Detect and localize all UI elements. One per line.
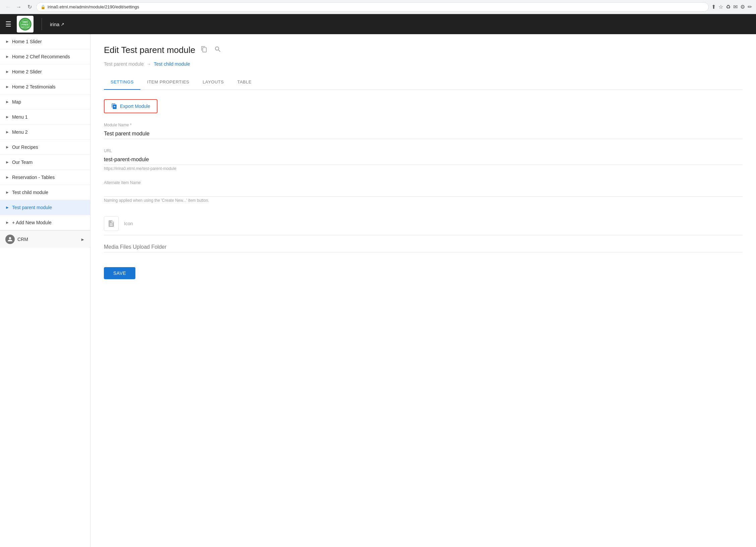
sidebar-item-test-child-module[interactable]: ► Test child module — [0, 185, 90, 200]
save-button[interactable]: SAVE — [104, 267, 135, 279]
browser-actions: ⬆ ☆ ♻ ✉ ⚙ ✏ — [711, 4, 752, 10]
breadcrumb-child-link[interactable]: Test child module — [154, 61, 190, 67]
chevron-right-icon: ► — [5, 54, 9, 59]
sidebar-item-add-new-module[interactable]: ► + Add New Module — [0, 215, 90, 230]
export-btn-wrapper: Export Module — [104, 99, 158, 113]
tab-settings[interactable]: SETTINGS — [104, 75, 140, 90]
sidebar-item-label: Our Recipes — [12, 144, 85, 150]
sidebar: ► Home 1 Slider ► Home 2 Chef Recommends… — [0, 34, 90, 547]
sidebar-item-label: Home 2 Testimonials — [12, 84, 85, 89]
sidebar-item-menu-1[interactable]: ► Menu 1 — [0, 110, 90, 125]
bookmark-button[interactable]: ☆ — [718, 4, 723, 10]
chevron-right-icon: ► — [5, 84, 9, 89]
chevron-right-icon: ► — [5, 205, 9, 210]
crm-section[interactable]: CRM ► — [0, 230, 90, 248]
chevron-right-icon: ► — [5, 220, 9, 225]
sidebar-item-home-2-slider[interactable]: ► Home 2 Slider — [0, 64, 90, 79]
alt-item-name-input[interactable] — [104, 186, 743, 197]
sidebar-item-home-2-testimonials[interactable]: ► Home 2 Testimonials — [0, 79, 90, 95]
app-container: ☰ GMO FREE CERTIFIED irina ↗ ► Home 1 — [0, 14, 756, 547]
forward-button[interactable]: → — [15, 3, 23, 11]
share-button[interactable]: ⬆ — [711, 4, 716, 10]
sidebar-item-label: Map — [12, 99, 85, 105]
sidebar-item-our-recipes[interactable]: ► Our Recipes — [0, 140, 90, 155]
extensions-button[interactable]: ♻ — [726, 4, 731, 10]
sidebar-item-label: Our Team — [12, 160, 85, 165]
reload-button[interactable]: ↻ — [25, 3, 34, 11]
copy-button[interactable] — [199, 45, 209, 56]
search-icon-button[interactable] — [213, 44, 223, 56]
nav-divider — [42, 18, 42, 30]
sidebar-item-reservation-tables[interactable]: ► Reservation - Tables — [0, 170, 90, 185]
sidebar-item-our-team[interactable]: ► Our Team — [0, 155, 90, 170]
sidebar-item-home-2-chef-recommends[interactable]: ► Home 2 Chef Recommends — [0, 49, 90, 64]
breadcrumb: Test parent module → Test child module — [104, 61, 743, 67]
settings-button[interactable]: ⚙ — [740, 4, 745, 10]
hamburger-menu[interactable]: ☰ — [5, 20, 11, 28]
svg-text:FREE: FREE — [21, 23, 29, 26]
breadcrumb-parent: Test parent module — [104, 61, 144, 67]
svg-text:GMO: GMO — [22, 21, 28, 23]
chevron-right-icon: ► — [5, 145, 9, 149]
url-text: irina0.etrnl.me/admin/module/2190/edit/s… — [48, 4, 139, 9]
browser-chrome: ← → ↻ 🔒 irina0.etrnl.me/admin/module/219… — [0, 0, 756, 14]
sidebar-item-label: Test child module — [12, 190, 85, 195]
tab-item-properties[interactable]: ITEM PROPERTIES — [140, 75, 196, 90]
url-hint: https://irina0.etrnl.me/test-parent-modu… — [104, 166, 743, 171]
app-logo: GMO FREE CERTIFIED — [17, 16, 34, 33]
sidebar-item-label: Menu 2 — [12, 129, 85, 135]
tab-table[interactable]: TABLE — [231, 75, 258, 90]
alt-item-name-field: Alternate Item Name Naming applied when … — [104, 180, 743, 203]
back-button[interactable]: ← — [4, 3, 12, 11]
address-bar[interactable]: 🔒 irina0.etrnl.me/admin/module/2190/edit… — [36, 2, 709, 12]
sidebar-item-test-parent-module[interactable]: ► Test parent module — [0, 200, 90, 215]
main-area: ► Home 1 Slider ► Home 2 Chef Recommends… — [0, 34, 756, 547]
sidebar-item-home-1-slider[interactable]: ► Home 1 Slider — [0, 34, 90, 49]
user-link[interactable]: irina ↗ — [50, 21, 64, 27]
sidebar-item-label: Menu 1 — [12, 114, 85, 120]
sidebar-item-map[interactable]: ► Map — [0, 95, 90, 110]
chevron-right-icon: ► — [5, 160, 9, 165]
sidebar-item-label: Home 1 Slider — [12, 39, 85, 44]
export-module-button[interactable]: Export Module — [105, 100, 157, 113]
chevron-right-icon: ► — [5, 130, 9, 134]
lock-icon: 🔒 — [41, 5, 46, 9]
module-name-field: Module Name * — [104, 123, 743, 139]
export-btn-label: Export Module — [120, 104, 150, 109]
url-input[interactable] — [104, 155, 743, 165]
chevron-right-icon: ► — [5, 100, 9, 104]
content-area: Edit Test parent module Test parent modu… — [90, 34, 756, 547]
chevron-right-icon: ► — [5, 115, 9, 119]
url-label: URL — [104, 148, 743, 153]
sidebar-item-label: Test parent module — [12, 205, 85, 210]
user-name: irina — [50, 21, 59, 27]
sidebar-item-label: Home 2 Chef Recommends — [12, 54, 85, 59]
media-folder-input[interactable] — [104, 242, 743, 252]
breadcrumb-arrow: → — [146, 61, 151, 67]
svg-text:CERTIFIED: CERTIFIED — [21, 26, 30, 28]
sidebar-item-label: + Add New Module — [12, 220, 85, 225]
icon-preview — [104, 216, 119, 231]
sidebar-item-label: Reservation - Tables — [12, 175, 85, 180]
topnav-user: irina ↗ — [50, 21, 64, 27]
edit-button[interactable]: ✏ — [748, 4, 752, 10]
mail-button[interactable]: ✉ — [733, 4, 738, 10]
logo-svg: GMO FREE CERTIFIED — [18, 17, 32, 31]
chevron-right-icon: ► — [5, 69, 9, 74]
module-name-label: Module Name * — [104, 123, 743, 127]
tab-layouts[interactable]: LAYOUTS — [196, 75, 231, 90]
tabs: SETTINGS ITEM PROPERTIES LAYOUTS TABLE — [104, 75, 743, 90]
media-folder-field — [104, 242, 743, 252]
chevron-right-icon: ► — [5, 175, 9, 180]
page-title: Edit Test parent module — [104, 45, 195, 55]
page-header: Edit Test parent module — [104, 44, 743, 56]
sidebar-item-menu-2[interactable]: ► Menu 2 — [0, 125, 90, 140]
sidebar-item-label: Home 2 Slider — [12, 69, 85, 74]
alt-item-name-hint: Naming applied when using the 'Create Ne… — [104, 198, 743, 203]
crm-label: CRM — [17, 237, 78, 242]
crm-icon — [5, 235, 15, 244]
module-name-input[interactable] — [104, 129, 743, 139]
icon-field: Icon — [104, 212, 743, 235]
topnav: ☰ GMO FREE CERTIFIED irina ↗ — [0, 14, 756, 34]
chevron-right-icon: ► — [80, 237, 85, 242]
